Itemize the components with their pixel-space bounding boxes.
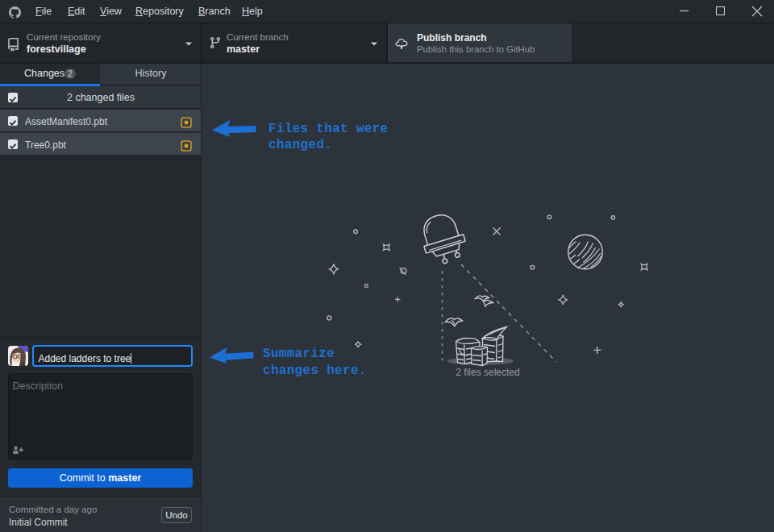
svg-text:2 files selected: 2 files selected — [456, 367, 519, 378]
